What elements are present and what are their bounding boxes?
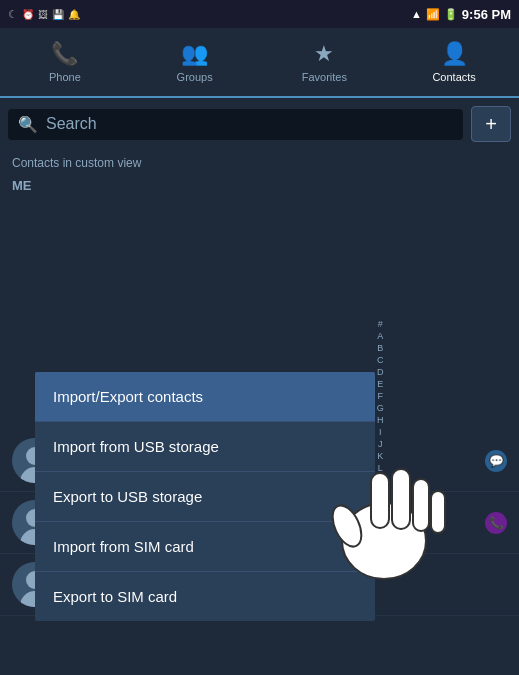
alpha-h: H — [377, 414, 385, 426]
dropdown-item-import-sim[interactable]: Import from SIM card — [35, 522, 375, 572]
alpha-e: E — [377, 378, 385, 390]
sd-icon: 💾 — [52, 9, 64, 20]
alpha-m: M — [377, 474, 385, 486]
tab-groups-label: Groups — [177, 71, 213, 83]
alpha-g: G — [377, 402, 385, 414]
badge-icon-amy: 💬 — [489, 454, 504, 468]
tab-phone-label: Phone — [49, 71, 81, 83]
dropdown-menu: Import/Export contacts Import from USB s… — [35, 372, 375, 621]
search-icon: 🔍 — [18, 115, 38, 134]
tab-contacts[interactable]: 👤 Contacts — [389, 28, 519, 98]
alpha-l: L — [377, 462, 385, 474]
battery-icon: 🔋 — [444, 8, 458, 21]
status-icons-right: ▲ 📶 🔋 9:56 PM — [411, 7, 511, 22]
alpha-r: R — [377, 534, 385, 546]
alpha-b: B — [377, 342, 385, 354]
signal-icon: 📶 — [426, 8, 440, 21]
alpha-n: N — [377, 486, 385, 498]
add-icon: + — [485, 113, 497, 136]
tab-groups[interactable]: 👥 Groups — [130, 28, 260, 98]
status-icons-left: ☾ ⏰ 🖼 💾 🔔 — [8, 8, 80, 21]
dropdown-item-import-usb[interactable]: Import from USB storage — [35, 422, 375, 472]
badge-icon-ann: 📞 — [489, 516, 504, 530]
app-container: ☾ ⏰ 🖼 💾 🔔 ▲ 📶 🔋 9:56 PM 📞 Phone 👥 Groups… — [0, 0, 519, 675]
moon-icon: ☾ — [8, 8, 18, 21]
nav-tabs: 📞 Phone 👥 Groups ★ Favorites 👤 Contacts — [0, 28, 519, 98]
alpha-d: D — [377, 366, 385, 378]
photo-icon: 🖼 — [38, 9, 48, 20]
status-bar: ☾ ⏰ 🖼 💾 🔔 ▲ 📶 🔋 9:56 PM — [0, 0, 519, 28]
alpha-a: A — [377, 330, 385, 342]
wifi-icon: ▲ — [411, 8, 422, 20]
dropdown-item-import-export[interactable]: Import/Export contacts — [35, 372, 375, 422]
tab-favorites[interactable]: ★ Favorites — [260, 28, 390, 98]
contacts-tab-icon: 👤 — [441, 41, 468, 67]
clock-icon: ⏰ — [22, 9, 34, 20]
search-input[interactable]: Search — [46, 115, 97, 133]
alpha-c: C — [377, 354, 385, 366]
tab-favorites-label: Favorites — [302, 71, 347, 83]
alpha-o: O — [377, 498, 385, 510]
contact-badge-amy: 💬 — [485, 450, 507, 472]
alpha-k: K — [377, 450, 385, 462]
contact-badge-ann: 📞 — [485, 512, 507, 534]
search-input-container[interactable]: 🔍 Search — [8, 109, 463, 140]
alpha-q: Q — [377, 522, 385, 534]
alpha-f: F — [377, 390, 385, 402]
phone-tab-icon: 📞 — [51, 41, 78, 67]
alpha-p: P — [377, 510, 385, 522]
contacts-area: Contacts in custom view ME # A B C D E F… — [0, 150, 519, 675]
alpha-i: I — [377, 426, 385, 438]
add-contact-button[interactable]: + — [471, 106, 511, 142]
tab-phone[interactable]: 📞 Phone — [0, 28, 130, 98]
groups-tab-icon: 👥 — [181, 41, 208, 67]
tab-contacts-label: Contacts — [432, 71, 475, 83]
dropdown-item-export-usb[interactable]: Export to USB storage — [35, 472, 375, 522]
search-bar: 🔍 Search + — [0, 98, 519, 150]
alpha-hash: # — [377, 318, 385, 330]
favorites-tab-icon: ★ — [314, 41, 334, 67]
status-time: 9:56 PM — [462, 7, 511, 22]
notification-icon: 🔔 — [68, 9, 80, 20]
dropdown-item-export-sim[interactable]: Export to SIM card — [35, 572, 375, 621]
alpha-j: J — [377, 438, 385, 450]
alpha-index: # A B C D E F G H I J K L M N O P Q R — [377, 318, 385, 546]
